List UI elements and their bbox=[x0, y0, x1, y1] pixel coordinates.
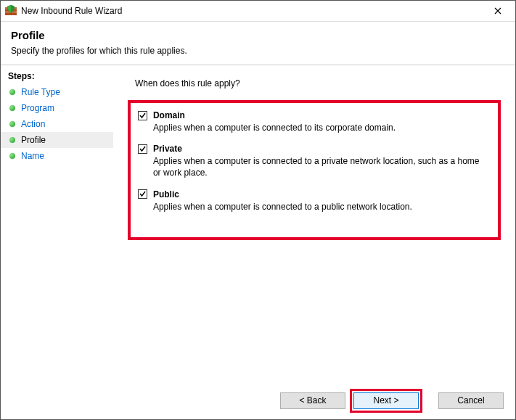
wizard-header: Profile Specify the profiles for which t… bbox=[1, 22, 515, 65]
wizard-body: Steps: Rule Type Program Action Profile … bbox=[1, 65, 515, 382]
bullet-icon bbox=[9, 137, 15, 143]
option-public: Public Applies when a computer is connec… bbox=[138, 189, 488, 213]
step-program[interactable]: Program bbox=[1, 100, 113, 116]
page-subtitle: Specify the profiles for which this rule… bbox=[11, 46, 505, 56]
option-domain: Domain Applies when a computer is connec… bbox=[138, 110, 488, 133]
step-rule-type[interactable]: Rule Type bbox=[1, 84, 113, 100]
bullet-icon bbox=[9, 105, 15, 111]
option-description: Applies when a computer is connected to … bbox=[153, 155, 488, 178]
next-button[interactable]: Next > bbox=[353, 392, 419, 409]
steps-heading: Steps: bbox=[8, 71, 113, 81]
option-private: Private Applies when a computer is conne… bbox=[138, 144, 488, 178]
step-action[interactable]: Action bbox=[1, 116, 113, 132]
highlight-profiles: Domain Applies when a computer is connec… bbox=[128, 100, 501, 240]
highlight-next: Next > bbox=[350, 389, 422, 413]
wizard-footer: < Back Next > Cancel bbox=[1, 382, 515, 419]
option-label: Public bbox=[153, 189, 179, 199]
bullet-icon bbox=[9, 121, 15, 127]
bullet-icon bbox=[9, 89, 15, 95]
step-link[interactable]: Program bbox=[21, 103, 54, 113]
bullet-icon bbox=[9, 153, 15, 159]
checkbox-private[interactable] bbox=[138, 144, 147, 154]
option-label: Private bbox=[153, 144, 182, 154]
window-title: New Inbound Rule Wizard bbox=[21, 6, 483, 16]
option-description: Applies when a computer is connected to … bbox=[153, 201, 488, 213]
step-link[interactable]: Name bbox=[21, 151, 44, 161]
option-description: Applies when a computer is connected to … bbox=[153, 122, 488, 133]
close-icon bbox=[494, 7, 501, 15]
step-link[interactable]: Action bbox=[21, 119, 45, 129]
checkbox-domain[interactable] bbox=[138, 111, 147, 120]
checkmark-icon bbox=[139, 145, 147, 153]
page-title: Profile bbox=[11, 29, 505, 41]
cancel-button[interactable]: Cancel bbox=[438, 392, 504, 409]
step-profile[interactable]: Profile bbox=[1, 132, 113, 148]
steps-panel: Steps: Rule Type Program Action Profile … bbox=[1, 65, 113, 382]
close-button[interactable] bbox=[483, 1, 512, 20]
firewall-icon bbox=[5, 5, 17, 17]
checkmark-icon bbox=[139, 112, 147, 120]
content-panel: When does this rule apply? Domain Applie… bbox=[113, 65, 515, 382]
checkmark-icon bbox=[139, 190, 147, 198]
back-button[interactable]: < Back bbox=[280, 392, 345, 409]
wizard-window: New Inbound Rule Wizard Profile Specify … bbox=[0, 0, 516, 420]
content-question: When does this rule apply? bbox=[135, 78, 501, 88]
titlebar: New Inbound Rule Wizard bbox=[1, 1, 515, 22]
step-link[interactable]: Rule Type bbox=[21, 87, 60, 97]
checkbox-public[interactable] bbox=[138, 189, 147, 199]
option-label: Domain bbox=[153, 110, 185, 120]
step-link[interactable]: Profile bbox=[21, 135, 46, 145]
step-name[interactable]: Name bbox=[1, 148, 113, 164]
